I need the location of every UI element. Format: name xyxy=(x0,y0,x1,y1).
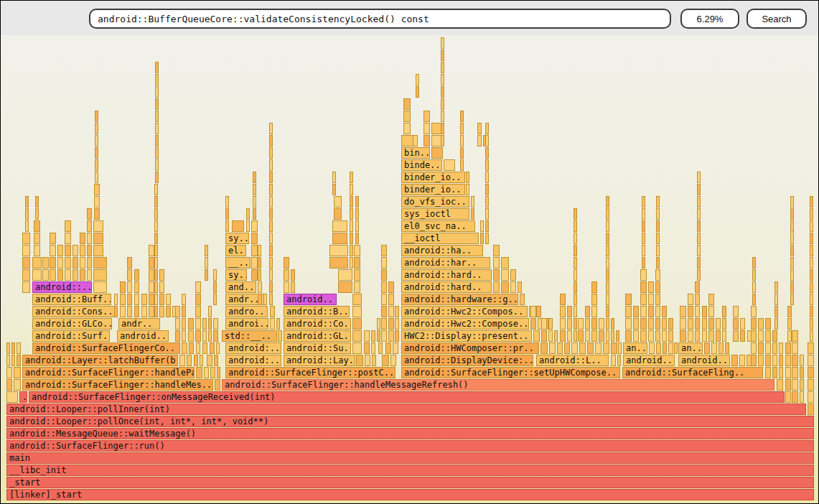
flame-frame-small[interactable] xyxy=(625,318,632,330)
flame-frame-small[interactable] xyxy=(381,294,387,305)
flame-frame-small[interactable] xyxy=(567,306,572,317)
flame-frame-small[interactable] xyxy=(444,159,455,171)
flame-frame-small[interactable] xyxy=(648,318,654,330)
flame-frame-small[interactable] xyxy=(560,294,566,305)
flame-frame-small[interactable] xyxy=(471,196,474,207)
flame-frame-small[interactable] xyxy=(719,342,724,354)
flame-frame-small[interactable] xyxy=(188,318,194,330)
flame-frame-small[interactable] xyxy=(633,306,639,317)
flame-frame-small[interactable] xyxy=(625,330,632,342)
flame-frame-small[interactable] xyxy=(606,330,609,342)
flame-frame-small[interactable] xyxy=(733,330,739,342)
flame-frame-small[interactable] xyxy=(752,294,756,305)
flame-frame-small[interactable] xyxy=(32,269,42,281)
flame-frame-small[interactable] xyxy=(441,74,444,85)
flame-frame-small[interactable] xyxy=(471,208,474,220)
flame-frame-small[interactable] xyxy=(501,269,509,281)
flame-frame-small[interactable] xyxy=(134,294,139,305)
flame-frame-small[interactable] xyxy=(93,245,103,256)
flame-frame-small[interactable] xyxy=(377,318,380,330)
flame-frame-small[interactable] xyxy=(752,281,756,293)
flame-frame-small[interactable] xyxy=(251,257,258,269)
flame-frame-small[interactable] xyxy=(466,184,469,195)
flame-frame-small[interactable] xyxy=(216,342,220,354)
flame-frame-small[interactable] xyxy=(501,281,509,293)
flame-frame-small[interactable] xyxy=(213,269,217,281)
flame-frame-small[interactable] xyxy=(284,281,289,293)
flame-frame[interactable]: android::SurfaceFlingerCo.. xyxy=(32,342,180,354)
flame-frame-small[interactable] xyxy=(93,220,103,232)
flame-frame-small[interactable] xyxy=(574,233,577,244)
flame-frame-small[interactable] xyxy=(810,233,813,244)
flame-frame-small[interactable] xyxy=(708,306,714,317)
flame-frame-small[interactable] xyxy=(716,330,721,342)
flame-frame-small[interactable] xyxy=(338,269,352,281)
flame-frame-small[interactable] xyxy=(385,342,391,354)
flame-frame-small[interactable] xyxy=(80,257,85,269)
flame-frame-small[interactable] xyxy=(213,281,217,293)
flame-frame-small[interactable] xyxy=(530,318,536,330)
flame-frame-small[interactable] xyxy=(378,342,383,354)
flame-frame-small[interactable] xyxy=(263,294,267,305)
flame-frame[interactable]: android::Looper::pollOnce(int, int*, int… xyxy=(6,416,814,427)
flame-frame-small[interactable] xyxy=(154,184,158,195)
flame-frame[interactable]: an.. xyxy=(678,342,703,354)
flame-frame-small[interactable] xyxy=(787,306,792,317)
flame-frame-small[interactable] xyxy=(269,257,273,269)
flame-frame[interactable]: bin.. xyxy=(401,147,430,159)
flame-frame-small[interactable] xyxy=(501,257,509,269)
flame-frame-small[interactable] xyxy=(758,318,764,330)
flame-frame-small[interactable] xyxy=(251,233,258,244)
flame-frame[interactable]: android.. xyxy=(678,355,730,366)
flame-frame[interactable]: android::HWComposer::pr.. xyxy=(401,342,539,354)
flame-frame-small[interactable] xyxy=(655,306,660,317)
flame-frame-small[interactable] xyxy=(574,294,577,305)
flame-frame-small[interactable] xyxy=(466,172,469,183)
flame-frame-small[interactable] xyxy=(155,159,159,171)
flame-frame[interactable]: binder_io.. xyxy=(401,184,465,195)
flame-frame-small[interactable] xyxy=(585,330,590,342)
flame-frame-small[interactable] xyxy=(648,281,654,293)
flame-frame-small[interactable] xyxy=(202,330,207,342)
flame-frame-small[interactable] xyxy=(779,367,783,378)
flame-frame-small[interactable] xyxy=(87,233,92,244)
flame-frame-small[interactable] xyxy=(114,294,118,305)
flame-frame-small[interactable] xyxy=(155,62,159,73)
flame-frame-small[interactable] xyxy=(493,257,500,269)
flame-frame-small[interactable] xyxy=(564,342,570,354)
flame-frame-small[interactable] xyxy=(606,233,609,244)
flame-frame-small[interactable] xyxy=(578,330,584,342)
flame-frame-small[interactable] xyxy=(595,342,602,354)
flame-frame-small[interactable] xyxy=(416,86,419,98)
flame-frame-small[interactable] xyxy=(485,233,489,244)
flame-frame-small[interactable] xyxy=(194,355,198,366)
flame-frame-small[interactable] xyxy=(599,318,604,330)
flame-frame-small[interactable] xyxy=(557,342,563,354)
flame-frame-small[interactable] xyxy=(95,172,98,183)
flame-frame-small[interactable] xyxy=(34,245,40,256)
flame-frame-small[interactable] xyxy=(530,306,536,317)
flame-frame-small[interactable] xyxy=(127,294,132,305)
flame-frame-small[interactable] xyxy=(751,306,757,317)
flame-frame-small[interactable] xyxy=(642,245,645,256)
flame-frame-small[interactable] xyxy=(354,281,360,293)
flame-frame-small[interactable] xyxy=(154,257,158,269)
flame-frame-small[interactable] xyxy=(159,294,164,305)
flame-frame-small[interactable] xyxy=(591,318,597,330)
flame-frame-small[interactable] xyxy=(350,208,353,220)
flame-frame-small[interactable] xyxy=(182,342,187,354)
flame-frame-small[interactable] xyxy=(354,245,360,256)
flame-frame-small[interactable] xyxy=(350,196,353,207)
flame-frame-small[interactable] xyxy=(87,208,92,220)
flame-frame-small[interactable] xyxy=(625,294,632,305)
flame-frame-small[interactable] xyxy=(765,367,771,378)
flame-frame[interactable]: do_vfs_ioc.. xyxy=(401,196,469,207)
flame-frame-small[interactable] xyxy=(493,269,500,281)
flame-frame-small[interactable] xyxy=(800,367,804,378)
flame-frame-small[interactable] xyxy=(258,294,262,305)
flame-frame-small[interactable] xyxy=(210,367,215,378)
flame-frame-small[interactable] xyxy=(674,342,678,354)
flame-frame[interactable]: android::Su.. xyxy=(284,342,351,354)
flame-frame-small[interactable] xyxy=(57,269,63,281)
flame-frame[interactable]: android::Surf.. xyxy=(32,330,110,342)
